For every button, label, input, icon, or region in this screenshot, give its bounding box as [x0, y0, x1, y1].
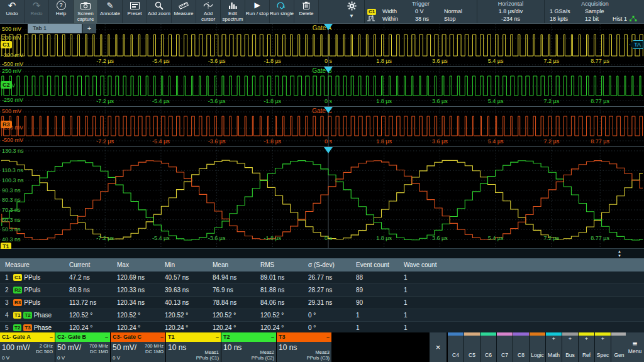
signal-bar-scale: 50 mV/	[113, 343, 136, 352]
add-signal-button-c4[interactable]: C4	[448, 332, 464, 362]
horizontal-panel-title: Horizontal	[477, 0, 544, 8]
table-header-min[interactable]: Min	[165, 261, 213, 268]
signal-bar-body: 50 mV/700 MHzDC 1MΩ0 V	[55, 342, 110, 362]
trigger-position-marker[interactable]	[324, 107, 333, 113]
signal-bar-c1-gate-a[interactable]: C1- Gate A–100 mV/2 GHzDC 50Ω0 V	[0, 332, 55, 362]
toolbar-button-label: Undo	[6, 11, 18, 16]
toolbar-button-label: Add zoom	[148, 11, 170, 16]
tab-tab1[interactable]: Tab 1	[28, 24, 82, 33]
toolbar-button-undo[interactable]: ↶Undo	[0, 0, 25, 23]
table-row[interactable]: 3R3PPuls113.72 ns120.34 ns40.13 ns78.84 …	[0, 297, 644, 309]
run-single-icon: x	[276, 0, 287, 11]
button-label: Ref	[582, 352, 591, 358]
toolbar-button-add-cursor[interactable]: Add cursor	[196, 0, 221, 23]
table-cell-value: 84.06 ns	[260, 299, 308, 306]
toolbar-buttons: ↶Undo↷Redo?HelpScreen capture✎AnnotatePr…	[0, 0, 319, 23]
minimize-icon[interactable]: –	[50, 332, 53, 342]
minimize-icon[interactable]: –	[271, 332, 274, 342]
menu-button[interactable]: ≡ Menu	[626, 332, 644, 362]
toolbar-button-delete[interactable]: Delete	[294, 0, 319, 23]
add-signal-button-c6[interactable]: C6	[480, 332, 497, 362]
gate_a-channel-badge[interactable]: C1	[1, 41, 12, 48]
toolbar-button-help[interactable]: ?Help	[49, 0, 74, 23]
add-signal-button-ref[interactable]: +Ref	[579, 332, 595, 362]
toolbar-button-measure[interactable]: Measure	[172, 0, 196, 23]
add-signal-button-c5[interactable]: C5	[464, 332, 480, 362]
chevron-down-icon[interactable]: ▼	[349, 13, 354, 19]
table-header-current[interactable]: Current	[69, 261, 117, 268]
toolbar-button-label: Annotate	[100, 11, 120, 16]
toolbar-button-annotate[interactable]: ✎Annotate	[98, 0, 123, 23]
gate_c-channel-badge[interactable]: R3	[1, 121, 12, 128]
table-header-max[interactable]: Max	[117, 261, 165, 268]
track-badge[interactable]: T1	[1, 243, 11, 249]
gate_b-channel-badge[interactable]: C2	[1, 81, 12, 89]
table-cell-measure: 3R3PPuls	[0, 299, 69, 306]
table-header--s-dev-[interactable]: σ (S-dev)	[308, 261, 356, 268]
add-tab-button[interactable]: +	[82, 24, 96, 33]
cursor-wave-icon	[203, 0, 213, 11]
table-header-wave-count[interactable]: Wave count	[404, 261, 452, 268]
scroll-arrows[interactable]: ▲▼	[618, 250, 621, 258]
gate_a-xtick: 7.2 µs	[543, 58, 559, 64]
trigger-position-marker[interactable]	[324, 147, 333, 153]
gear-icon[interactable]	[347, 1, 357, 13]
toolbar-button-redo[interactable]: ↷Redo	[25, 0, 49, 23]
toolbar-button-edit-spectrum[interactable]: Edit spectrum	[221, 0, 245, 23]
menu-label: Menu	[628, 348, 641, 354]
minimize-icon[interactable]: –	[105, 332, 108, 342]
table-row[interactable]: 4T1T2Phase120.52 °120.52 °120.52 °120.52…	[0, 309, 644, 322]
hamburger-icon: ≡	[633, 340, 638, 348]
waveform-gate-a[interactable]: Gate A500 mV200 mV-200 mV-500 mV-7.2 µs-…	[0, 23, 644, 67]
table-cell-value: 29.31 ns	[308, 299, 356, 306]
signal-bar-t1[interactable]: T1–10 nsMeas1PPuls (C1)	[166, 332, 221, 362]
signal-bar-c3-gate-c[interactable]: C3- Gate C–50 mV/700 MHzDC 1MΩ0 V	[111, 332, 165, 362]
table-cell-value: 0 °	[308, 312, 356, 319]
table-header-event-count[interactable]: Event count	[356, 261, 404, 268]
toolbar-button-label: Screen capture	[77, 11, 94, 22]
signal-bar-c2-gate-b[interactable]: C2- Gate B–50 mV/700 MHzDC 1MΩ0 V	[55, 332, 110, 362]
close-button[interactable]: ×	[430, 332, 447, 362]
track-plot[interactable]: 130.3 ns110.3 ns100.3 ns90.3 ns80.3 ns70…	[0, 146, 644, 249]
toolbar-button-run-single[interactable]: xRun single	[270, 0, 294, 23]
add-signal-button-c7[interactable]: C7	[497, 332, 513, 362]
toolbar-button-add-zoom[interactable]: Add zoom	[147, 0, 172, 23]
table-header-mean[interactable]: Mean	[213, 261, 260, 268]
track-ylabel: 100.3 ns	[2, 177, 24, 184]
trigger-panel[interactable]: Trigger C1 Width 0 V Normal Within 38 ns…	[364, 0, 477, 23]
gate_b-xtick: -5.4 µs	[152, 98, 170, 104]
add-signal-button-logic[interactable]: Logic	[530, 332, 546, 362]
trigger-panel-title: Trigger	[365, 0, 477, 8]
table-cell-value: 120.24 °	[260, 324, 308, 331]
add-signal-button-math[interactable]: +Math	[546, 332, 562, 362]
table-row[interactable]: 1C1PPuls47.2 ns120.69 ns40.57 ns84.94 ns…	[0, 272, 644, 284]
horizontal-panel[interactable]: Horizontal 1.8 µs/div -234 ns	[477, 0, 544, 23]
toolbar-button-preset[interactable]: Preset	[123, 0, 147, 23]
signal-bar-t3[interactable]: T3–10 nsMeas3PPuls (C3)	[277, 332, 331, 362]
toolbar-button-screen-capture[interactable]: Screen capture	[74, 0, 98, 23]
add-signal-button-c8[interactable]: C8	[513, 332, 530, 362]
table-row[interactable]: 2R2PPuls80.8 ns120.33 ns39.63 ns76.9 ns8…	[0, 284, 644, 297]
table-cell-value: 40.13 ns	[165, 299, 213, 306]
minimize-icon[interactable]: –	[216, 332, 219, 342]
table-header-measure[interactable]: Measure	[0, 261, 69, 268]
waveform-gate-b[interactable]: Gate B250 mV0 mV-250 mV-7.2 µs-5.4 µs-3.…	[0, 66, 644, 107]
trigger-position-marker[interactable]	[324, 67, 333, 73]
trigger-position-marker[interactable]	[324, 24, 333, 30]
signal-bar-body: 100 mV/2 GHzDC 50Ω0 V	[0, 342, 55, 362]
add-signal-button-bus[interactable]: +Bus	[562, 332, 579, 362]
gate_c-xtick: -5.4 µs	[152, 138, 170, 145]
waveform-gate-c[interactable]: Gate C500 mV-200 mV-500 mV-7.2 µs-5.4 µs…	[0, 106, 644, 147]
add-signal-button-spec[interactable]: +Spec	[595, 332, 611, 362]
minimize-icon[interactable]: –	[326, 332, 330, 342]
gate_a-ylabel: -500 mV	[2, 61, 23, 67]
gate_b-xtick: 7.2 µs	[543, 98, 559, 104]
table-header-rms[interactable]: RMS	[260, 261, 308, 268]
measurement-name: Phase	[34, 312, 52, 319]
signal-bar-t2[interactable]: T2–10 nsMeas2PPuls (C2)	[221, 332, 276, 362]
toolbar: ↶Undo↷Redo?HelpScreen capture✎AnnotatePr…	[0, 0, 644, 24]
signal-bar-title: T2	[223, 332, 230, 342]
minimize-icon[interactable]: –	[160, 332, 164, 342]
gate_c-xtick: -1.8 µs	[264, 138, 281, 145]
toolbar-button-run-stop[interactable]: ▶Run / stop	[245, 0, 270, 23]
